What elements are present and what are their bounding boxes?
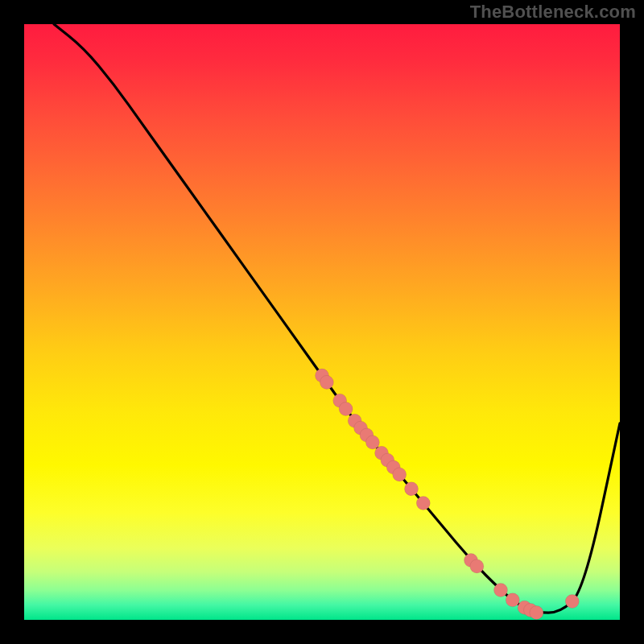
plot-area	[24, 24, 620, 620]
scatter-dot	[320, 375, 333, 389]
scatter-dot	[416, 497, 430, 510]
scatter-dot	[339, 402, 353, 416]
scatter-dot	[405, 482, 419, 496]
bottleneck-curve	[54, 24, 620, 613]
watermark-text: TheBottleneck.com	[470, 2, 636, 23]
scatter-dot	[565, 595, 579, 609]
scatter-dots	[316, 369, 580, 619]
scatter-dot	[393, 468, 407, 481]
scatter-dot	[530, 606, 543, 620]
scatter-dot	[506, 593, 519, 607]
scatter-dot	[365, 436, 379, 449]
scatter-dot	[494, 584, 508, 597]
scatter-dot	[470, 559, 484, 573]
chart-stage: TheBottleneck.com	[0, 0, 644, 644]
chart-svg	[24, 24, 620, 620]
